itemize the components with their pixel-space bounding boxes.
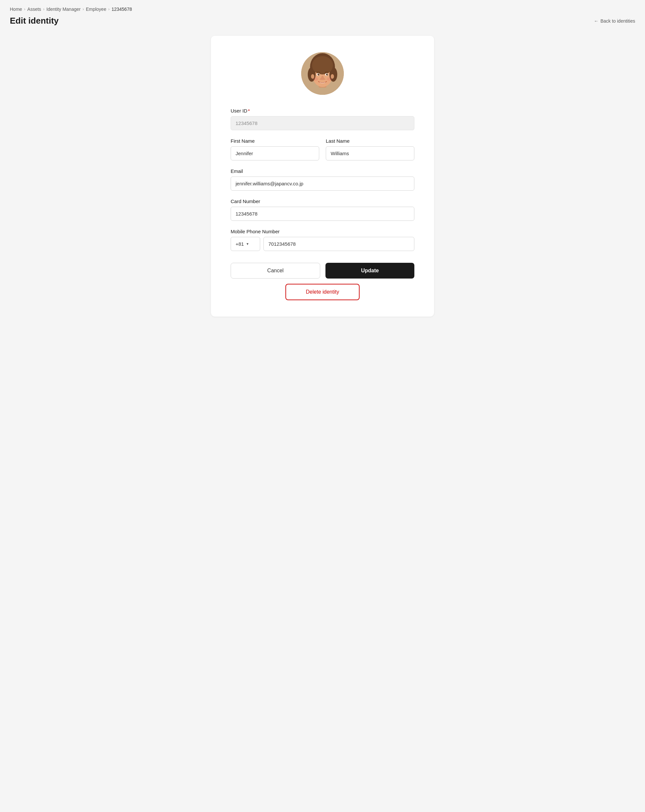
first-name-group: First Name (231, 138, 319, 160)
breadcrumb-home[interactable]: Home (10, 6, 22, 12)
page-title: Edit identity (10, 16, 59, 26)
breadcrumb: Home › Assets › Identity Manager › Emplo… (10, 6, 635, 12)
card-number-label: Card Number (231, 198, 414, 204)
user-id-label: User ID* (231, 108, 414, 113)
email-label: Email (231, 168, 414, 174)
breadcrumb-identity-manager[interactable]: Identity Manager (46, 6, 80, 12)
delete-identity-button[interactable]: Delete identity (285, 284, 359, 300)
svg-point-16 (331, 74, 334, 79)
last-name-input[interactable] (326, 147, 414, 160)
svg-point-11 (319, 74, 319, 75)
svg-point-10 (326, 73, 328, 75)
svg-point-12 (327, 74, 328, 75)
first-name-label: First Name (231, 138, 319, 144)
avatar (301, 52, 344, 95)
phone-number-input[interactable] (264, 237, 414, 251)
last-name-group: Last Name (326, 138, 414, 160)
country-code-value: +81 (236, 241, 244, 247)
breadcrumb-sep-3: › (83, 7, 84, 11)
edit-identity-card: User ID* First Name Last Name Email Card… (211, 36, 434, 317)
svg-point-15 (311, 74, 314, 79)
breadcrumb-employee[interactable]: Employee (86, 6, 106, 12)
user-id-input (231, 116, 414, 130)
email-group: Email (231, 168, 414, 191)
breadcrumb-id: 12345678 (111, 6, 132, 12)
mobile-phone-group: Mobile Phone Number +81 ▼ (231, 229, 414, 251)
back-to-identities-link[interactable]: ← Back to identities (594, 18, 635, 24)
required-star: * (248, 108, 250, 113)
svg-point-9 (317, 73, 320, 75)
action-buttons: Cancel Update (231, 263, 414, 279)
breadcrumb-sep-2: › (43, 7, 44, 11)
cancel-button[interactable]: Cancel (231, 263, 320, 279)
back-arrow-icon: ← (594, 18, 598, 24)
delete-section: Delete identity (231, 284, 414, 300)
avatar-section (231, 52, 414, 95)
chevron-down-icon: ▼ (246, 242, 249, 246)
last-name-label: Last Name (326, 138, 414, 144)
page-header: Edit identity ← Back to identities (10, 16, 635, 26)
name-row: First Name Last Name (231, 138, 414, 168)
back-link-label: Back to identities (601, 18, 635, 24)
update-button[interactable]: Update (325, 263, 414, 279)
first-name-input[interactable] (231, 147, 319, 160)
breadcrumb-assets[interactable]: Assets (27, 6, 41, 12)
card-number-group: Card Number (231, 198, 414, 221)
breadcrumb-sep-1: › (24, 7, 25, 11)
country-code-selector[interactable]: +81 ▼ (231, 237, 260, 251)
user-id-group: User ID* (231, 108, 414, 130)
svg-point-6 (312, 56, 333, 75)
email-input[interactable] (231, 177, 414, 191)
card-number-input[interactable] (231, 207, 414, 221)
breadcrumb-sep-4: › (108, 7, 110, 11)
phone-input-group: +81 ▼ (231, 237, 414, 251)
mobile-phone-label: Mobile Phone Number (231, 229, 414, 234)
